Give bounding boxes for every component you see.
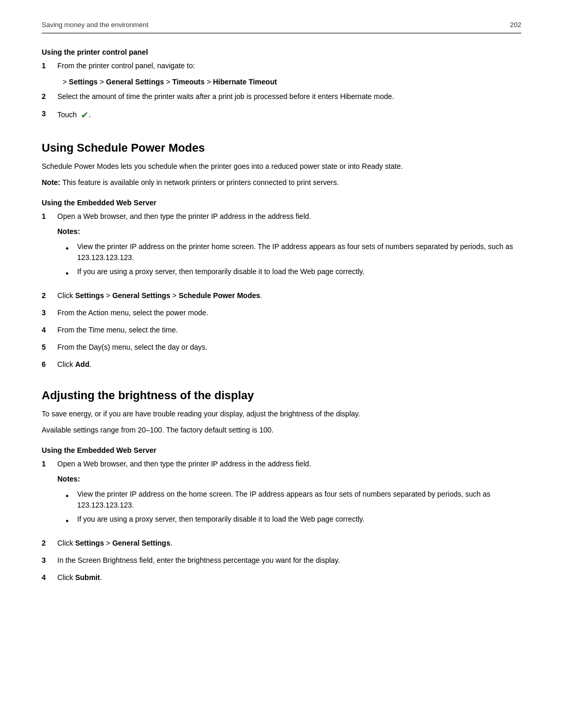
step-text: Open a Web browser, and then type the pr… bbox=[57, 212, 311, 220]
step-item: 2 Click Settings > General Settings. bbox=[42, 538, 521, 549]
step-content: From the Action menu, select the power m… bbox=[57, 307, 521, 318]
step-number: 2 bbox=[42, 538, 54, 549]
step-item: 4 From the Time menu, select the time. bbox=[42, 325, 521, 336]
step-content: Click Settings > General Settings. bbox=[57, 538, 521, 549]
step-item: 2 Select the amount of time the printer … bbox=[42, 91, 521, 102]
page: Saving money and the environment 202 Usi… bbox=[0, 0, 563, 728]
step-list-3: 1 Open a Web browser, and then type the … bbox=[42, 459, 521, 583]
bullet-list-1: View the printer IP address on the print… bbox=[66, 241, 521, 280]
step-item: 1 Open a Web browser, and then type the … bbox=[42, 459, 521, 532]
touch-text: Touch bbox=[57, 110, 77, 119]
embedded-web-server-heading-1: Using the Embedded Web Server bbox=[42, 199, 521, 207]
schedule-power-modes-heading: Using Schedule Power Modes bbox=[42, 141, 521, 155]
bullet-text: If you are using a proxy server, then te… bbox=[77, 514, 364, 525]
page-header-title: Saving money and the environment bbox=[42, 21, 149, 29]
printer-control-panel-heading: Using the printer control panel bbox=[42, 48, 521, 56]
step-content: Open a Web browser, and then type the pr… bbox=[57, 459, 521, 532]
step-item: 4 Click Submit. bbox=[42, 572, 521, 583]
brightness-description1: To save energy, or if you are have troub… bbox=[42, 409, 521, 419]
note-label: Note: bbox=[42, 178, 60, 187]
step-content: From the Day(s) menu, select the day or … bbox=[57, 342, 521, 353]
step-content: From the Time menu, select the time. bbox=[57, 325, 521, 336]
bullet-dot bbox=[66, 267, 74, 280]
step-item: 3 Touch ✔. bbox=[42, 108, 521, 122]
step-content: Select the amount of time the printer wa… bbox=[57, 91, 521, 102]
step-number: 2 bbox=[42, 290, 54, 301]
page-header: Saving money and the environment 202 bbox=[42, 21, 521, 33]
bullet-text: If you are using a proxy server, then te… bbox=[77, 266, 364, 277]
step-item: 3 From the Action menu, select the power… bbox=[42, 307, 521, 318]
notes-label: Notes: bbox=[57, 474, 521, 485]
step-item: 5 From the Day(s) menu, select the day o… bbox=[42, 342, 521, 353]
bullet-item: If you are using a proxy server, then te… bbox=[66, 514, 521, 527]
bullet-item: View the printer IP address on the home … bbox=[66, 489, 521, 511]
step-number: 3 bbox=[42, 108, 54, 119]
brightness-section: Adjusting the brightness of the display … bbox=[42, 389, 521, 583]
bullet-dot bbox=[66, 242, 74, 255]
bullet-dot bbox=[66, 490, 74, 502]
step-number: 1 bbox=[42, 211, 54, 222]
bullet-text: View the printer IP address on the home … bbox=[77, 489, 521, 511]
brightness-heading: Adjusting the brightness of the display bbox=[42, 389, 521, 402]
step-content: Click Add. bbox=[57, 359, 521, 370]
bullet-dot bbox=[66, 515, 74, 527]
schedule-power-description: Schedule Power Modes lets you schedule w… bbox=[42, 161, 521, 172]
step-item: 1 From the printer control panel, naviga… bbox=[42, 60, 521, 71]
step-number: 6 bbox=[42, 359, 54, 370]
step-item: 2 Click Settings > General Settings > Sc… bbox=[42, 290, 521, 301]
step-content: From the printer control panel, navigate… bbox=[57, 60, 521, 71]
step-item: 1 Open a Web browser, and then type the … bbox=[42, 211, 521, 284]
step-list-1: 1 From the printer control panel, naviga… bbox=[42, 60, 521, 71]
step-content: In the Screen Brightness field, enter th… bbox=[57, 555, 521, 566]
step-number: 2 bbox=[42, 91, 54, 102]
step-number: 3 bbox=[42, 307, 54, 318]
step-number: 5 bbox=[42, 342, 54, 353]
embedded-web-server-heading-2: Using the Embedded Web Server bbox=[42, 446, 521, 454]
step-number: 4 bbox=[42, 325, 54, 336]
step-content: Touch ✔. bbox=[57, 108, 521, 122]
step-number: 1 bbox=[42, 459, 54, 470]
step-number: 3 bbox=[42, 555, 54, 566]
nav-path: > Settings > General Settings > Timeouts… bbox=[63, 78, 521, 86]
bullet-item: If you are using a proxy server, then te… bbox=[66, 266, 521, 280]
step-number: 4 bbox=[42, 572, 54, 583]
page-number: 202 bbox=[510, 21, 521, 29]
step-content: Click Submit. bbox=[57, 572, 521, 583]
schedule-power-note: Note: This feature is available only in … bbox=[42, 177, 521, 188]
bullet-list-2: View the printer IP address on the home … bbox=[66, 489, 521, 527]
note-text: This feature is available only in networ… bbox=[62, 178, 339, 187]
checkmark-icon: ✔ bbox=[81, 108, 89, 122]
bullet-text: View the printer IP address on the print… bbox=[77, 241, 521, 263]
step-list-2: 1 Open a Web browser, and then type the … bbox=[42, 211, 521, 370]
schedule-power-modes-section: Using Schedule Power Modes Schedule Powe… bbox=[42, 141, 521, 370]
bullet-item: View the printer IP address on the print… bbox=[66, 241, 521, 263]
step-item: 3 In the Screen Brightness field, enter … bbox=[42, 555, 521, 566]
notes-label: Notes: bbox=[57, 226, 521, 237]
step-item: 6 Click Add. bbox=[42, 359, 521, 370]
printer-control-panel-section: Using the printer control panel 1 From t… bbox=[42, 48, 521, 122]
step-list-1b: 2 Select the amount of time the printer … bbox=[42, 91, 521, 122]
step-text: Open a Web browser, and then type the pr… bbox=[57, 460, 311, 468]
step-number: 1 bbox=[42, 60, 54, 71]
step-content: Click Settings > General Settings > Sche… bbox=[57, 290, 521, 301]
brightness-description2: Available settings range from 20–100. Th… bbox=[42, 425, 521, 436]
step-content: Open a Web browser, and then type the pr… bbox=[57, 211, 521, 284]
